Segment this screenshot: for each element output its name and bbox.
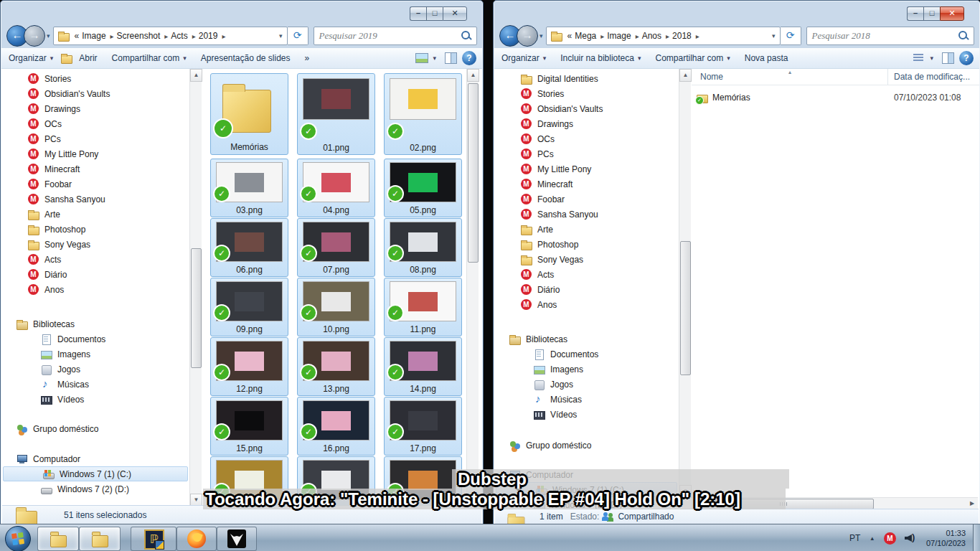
file-tile[interactable]: Memórias (210, 73, 288, 155)
language-indicator[interactable]: PT (849, 533, 860, 543)
files-scrollbar[interactable]: ▲ ▼ (466, 69, 479, 507)
open-button[interactable]: Abrir (77, 53, 104, 63)
maximize-button[interactable]: □ (426, 6, 443, 21)
address-dropdown-icon[interactable]: ▾ (768, 32, 780, 39)
views-dropdown-icon[interactable]: ▾ (930, 55, 933, 62)
help-icon[interactable]: ? (959, 51, 974, 65)
breadcrumb-segment[interactable]: 2018 (671, 31, 701, 41)
file-tile[interactable]: 11.png (384, 278, 462, 336)
sidebar-item-drive[interactable]: Windows 7 (2) (D:) (1, 481, 189, 496)
sidebar-scrollbar[interactable]: ▲ ▼ (189, 69, 202, 507)
sidebar-item[interactable]: Foobar (494, 192, 679, 207)
volume-icon[interactable] (905, 532, 918, 544)
sidebar-item[interactable]: My Little Pony (494, 161, 679, 176)
sidebar-item[interactable]: Acts (1, 252, 189, 267)
address-dropdown-icon[interactable]: ▾ (275, 32, 287, 39)
sidebar-item[interactable]: PCs (1, 131, 189, 146)
file-tile[interactable]: 04.png (297, 159, 375, 217)
organize-menu[interactable]: Organizar (494, 53, 553, 63)
sidebar-item[interactable]: Obsidian's Vaults (494, 101, 679, 116)
search-box[interactable]: Pesquisar 2019 (314, 27, 477, 45)
scroll-right-arrow-icon[interactable]: ▶ (966, 498, 978, 509)
mega-tray-icon[interactable]: M (884, 532, 896, 545)
sidebar-item[interactable]: Imagens (1, 347, 189, 362)
sidebar-item[interactable]: PCs (494, 146, 679, 161)
sidebar-item[interactable]: My Little Pony (1, 146, 189, 161)
maximize-button[interactable]: □ (923, 6, 940, 21)
share-menu[interactable]: Compartilhar com (648, 53, 737, 63)
sidebar-item[interactable]: Photoshop (494, 237, 679, 252)
file-tile[interactable]: 05.png (384, 159, 462, 217)
breadcrumb[interactable]: « MegaImageAnos2018 ▾ (546, 27, 781, 45)
sidebar-section-libraries[interactable]: Bibliotecas (494, 331, 679, 347)
close-button[interactable]: ✕ (940, 6, 964, 21)
sidebar-section-computer[interactable]: Computador (1, 451, 189, 466)
sidebar-item[interactable]: Drawings (1, 101, 189, 116)
search-box[interactable]: Pesquisar 2018 (806, 27, 974, 45)
sidebar-item[interactable]: Diário (1, 267, 189, 282)
minimize-button[interactable]: – (410, 6, 426, 21)
taskbar-button[interactable] (37, 527, 79, 551)
slideshow-button[interactable]: Apresentação de slides (194, 53, 298, 63)
sidebar-item[interactable]: Vídeos (494, 407, 679, 422)
sidebar-item[interactable]: Foobar (1, 176, 189, 192)
sidebar-item[interactable]: OCs (494, 131, 679, 146)
taskbar-button[interactable] (79, 527, 121, 551)
sidebar-item[interactable]: Photoshop (1, 222, 189, 237)
start-button[interactable] (5, 526, 31, 551)
sidebar-item[interactable]: Anos (1, 282, 189, 297)
sidebar-section-libraries[interactable]: Bibliotecas (1, 316, 189, 331)
breadcrumb-overflow[interactable]: « (566, 31, 574, 41)
sidebar-item[interactable]: Jogos (1, 362, 189, 377)
preview-pane-icon[interactable] (443, 50, 459, 66)
share-menu[interactable]: Compartilhar com (105, 53, 194, 63)
breadcrumb-segment[interactable]: Acts (169, 31, 197, 41)
new-folder-button[interactable]: Nova pasta (738, 53, 796, 63)
organize-menu[interactable]: Organizar (1, 53, 60, 63)
file-tile[interactable]: 08.png (384, 218, 462, 277)
taskbar-button[interactable] (131, 527, 176, 551)
sidebar-item[interactable]: Arte (494, 222, 679, 237)
taskbar-button[interactable] (217, 527, 257, 551)
sidebar-item[interactable]: Sony Vegas (494, 252, 679, 267)
breadcrumb-segment[interactable]: Screenshot (116, 31, 170, 41)
file-tile[interactable]: 07.png (297, 218, 375, 277)
forward-button[interactable]: → (24, 25, 45, 47)
sidebar-item[interactable]: Anos (494, 297, 679, 312)
sidebar-item[interactable]: Acts (494, 267, 679, 282)
views-icon[interactable] (911, 50, 927, 66)
file-tile[interactable]: 10.png (297, 278, 375, 336)
breadcrumb[interactable]: « ImageScreenshotActs2019 ▾ (53, 27, 288, 45)
sidebar-item[interactable]: Vídeos (1, 392, 189, 407)
column-header-modified[interactable]: Data de modificaç... (888, 69, 979, 85)
sidebar-section-homegroup[interactable]: Grupo doméstico (494, 438, 679, 453)
minimize-button[interactable]: – (907, 6, 923, 21)
views-icon[interactable] (414, 50, 430, 66)
file-tile[interactable]: 02.png (384, 73, 462, 155)
sidebar-item[interactable]: Diário (494, 282, 679, 297)
breadcrumb-overflow[interactable]: « (73, 31, 81, 41)
sidebar-item[interactable]: Stories (1, 71, 189, 86)
sidebar-section-homegroup[interactable]: Grupo doméstico (1, 421, 189, 436)
file-tile[interactable]: 01.png (297, 73, 375, 155)
show-desktop-button[interactable] (973, 524, 980, 551)
views-dropdown-icon[interactable]: ▾ (433, 55, 436, 62)
preview-pane-icon[interactable] (941, 50, 956, 66)
sidebar-item[interactable]: Minecraft (1, 161, 189, 176)
file-tile[interactable]: 03.png (210, 159, 288, 217)
sidebar-item[interactable]: Drawings (494, 116, 679, 131)
sidebar-item[interactable]: Sony Vegas (1, 237, 189, 252)
file-tile[interactable]: 16.png (297, 397, 375, 456)
recent-pages-chevron-icon[interactable]: ▾ (540, 32, 543, 39)
sidebar-item[interactable]: Sansha Sanyou (494, 207, 679, 222)
refresh-button[interactable]: ⟳ (781, 27, 801, 45)
sidebar-item[interactable]: OCs (1, 116, 189, 131)
sidebar-item[interactable]: Músicas (494, 392, 679, 407)
hidden-icons-chevron[interactable]: ▴ (870, 534, 874, 542)
close-button[interactable]: ✕ (443, 6, 467, 21)
forward-button[interactable]: → (517, 25, 538, 47)
sidebar-scrollbar[interactable]: ▲ ▼ (679, 69, 691, 498)
file-tile[interactable]: 12.png (210, 337, 288, 396)
breadcrumb-segment[interactable]: Mega (573, 31, 606, 41)
sidebar-item[interactable]: Stories (494, 86, 679, 101)
